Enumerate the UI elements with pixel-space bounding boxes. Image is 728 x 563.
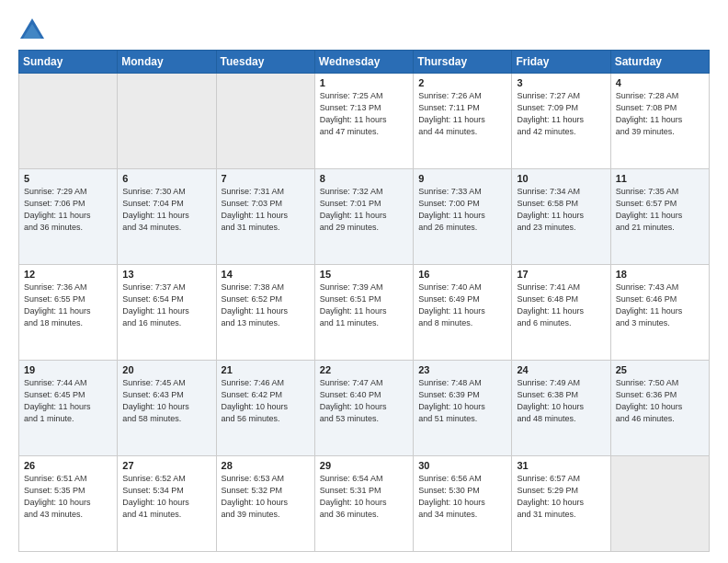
calendar-day-cell: 27Sunrise: 6:52 AM Sunset: 5:34 PM Dayli… xyxy=(118,456,216,552)
header xyxy=(18,17,710,42)
day-number: 9 xyxy=(418,173,506,184)
day-number: 28 xyxy=(222,460,310,471)
day-number: 15 xyxy=(320,269,408,280)
calendar-day-header: Monday xyxy=(118,51,216,74)
day-number: 10 xyxy=(517,173,605,184)
day-number: 29 xyxy=(320,460,408,471)
day-info: Sunrise: 7:27 AM Sunset: 7:09 PM Dayligh… xyxy=(517,90,605,138)
calendar-day-cell: 21Sunrise: 7:46 AM Sunset: 6:42 PM Dayli… xyxy=(216,361,314,456)
day-info: Sunrise: 7:45 AM Sunset: 6:43 PM Dayligh… xyxy=(122,377,210,425)
day-number: 11 xyxy=(616,173,704,184)
day-number: 17 xyxy=(517,269,605,280)
calendar-day-cell xyxy=(118,74,216,169)
day-number: 25 xyxy=(616,364,704,375)
calendar-day-header: Saturday xyxy=(610,51,709,74)
calendar-day-cell: 1Sunrise: 7:25 AM Sunset: 7:13 PM Daylig… xyxy=(314,74,413,169)
day-number: 2 xyxy=(418,77,506,88)
calendar-day-cell: 6Sunrise: 7:30 AM Sunset: 7:04 PM Daylig… xyxy=(118,169,216,265)
day-info: Sunrise: 6:56 AM Sunset: 5:30 PM Dayligh… xyxy=(418,473,506,521)
day-number: 23 xyxy=(418,364,506,375)
calendar-day-cell: 29Sunrise: 6:54 AM Sunset: 5:31 PM Dayli… xyxy=(314,456,413,552)
calendar-day-cell: 12Sunrise: 7:36 AM Sunset: 6:55 PM Dayli… xyxy=(19,265,118,361)
day-info: Sunrise: 7:29 AM Sunset: 7:06 PM Dayligh… xyxy=(24,186,112,234)
calendar-header-row: SundayMondayTuesdayWednesdayThursdayFrid… xyxy=(19,51,710,74)
calendar-day-cell: 2Sunrise: 7:26 AM Sunset: 7:11 PM Daylig… xyxy=(414,74,512,169)
day-number: 7 xyxy=(222,173,310,184)
calendar-week-row: 12Sunrise: 7:36 AM Sunset: 6:55 PM Dayli… xyxy=(19,265,710,361)
day-number: 24 xyxy=(517,364,605,375)
calendar-day-cell: 31Sunrise: 6:57 AM Sunset: 5:29 PM Dayli… xyxy=(512,456,610,552)
day-info: Sunrise: 6:57 AM Sunset: 5:29 PM Dayligh… xyxy=(517,473,605,521)
calendar-day-cell: 28Sunrise: 6:53 AM Sunset: 5:32 PM Dayli… xyxy=(216,456,314,552)
calendar-day-cell xyxy=(610,456,709,552)
calendar-week-row: 26Sunrise: 6:51 AM Sunset: 5:35 PM Dayli… xyxy=(19,456,710,552)
calendar-day-header: Friday xyxy=(512,51,610,74)
day-info: Sunrise: 6:53 AM Sunset: 5:32 PM Dayligh… xyxy=(222,473,310,521)
day-number: 20 xyxy=(122,364,210,375)
day-info: Sunrise: 7:47 AM Sunset: 6:40 PM Dayligh… xyxy=(320,377,408,425)
day-number: 14 xyxy=(222,269,310,280)
calendar-day-cell: 19Sunrise: 7:44 AM Sunset: 6:45 PM Dayli… xyxy=(19,361,118,456)
calendar-week-row: 1Sunrise: 7:25 AM Sunset: 7:13 PM Daylig… xyxy=(19,74,710,169)
calendar-day-cell: 25Sunrise: 7:50 AM Sunset: 6:36 PM Dayli… xyxy=(610,361,709,456)
day-number: 6 xyxy=(122,173,210,184)
day-info: Sunrise: 7:41 AM Sunset: 6:48 PM Dayligh… xyxy=(517,282,605,329)
calendar-week-row: 5Sunrise: 7:29 AM Sunset: 7:06 PM Daylig… xyxy=(19,169,710,265)
day-number: 22 xyxy=(320,364,408,375)
day-info: Sunrise: 7:43 AM Sunset: 6:46 PM Dayligh… xyxy=(616,282,704,329)
day-number: 30 xyxy=(418,460,506,471)
day-number: 3 xyxy=(517,77,605,88)
day-info: Sunrise: 7:26 AM Sunset: 7:11 PM Dayligh… xyxy=(418,90,506,138)
calendar-day-cell: 16Sunrise: 7:40 AM Sunset: 6:49 PM Dayli… xyxy=(414,265,512,361)
calendar-day-cell: 26Sunrise: 6:51 AM Sunset: 5:35 PM Dayli… xyxy=(19,456,118,552)
day-info: Sunrise: 7:46 AM Sunset: 6:42 PM Dayligh… xyxy=(222,377,310,425)
day-info: Sunrise: 7:38 AM Sunset: 6:52 PM Dayligh… xyxy=(222,282,310,329)
calendar-day-cell: 9Sunrise: 7:33 AM Sunset: 7:00 PM Daylig… xyxy=(414,169,512,265)
calendar-day-cell: 5Sunrise: 7:29 AM Sunset: 7:06 PM Daylig… xyxy=(19,169,118,265)
day-number: 19 xyxy=(24,364,112,375)
day-info: Sunrise: 7:28 AM Sunset: 7:08 PM Dayligh… xyxy=(616,90,704,138)
calendar-day-cell xyxy=(216,74,314,169)
calendar-day-cell xyxy=(19,74,118,169)
day-number: 1 xyxy=(320,77,408,88)
day-number: 26 xyxy=(24,460,112,471)
day-info: Sunrise: 6:51 AM Sunset: 5:35 PM Dayligh… xyxy=(24,473,112,521)
calendar-table: SundayMondayTuesdayWednesdayThursdayFrid… xyxy=(18,50,710,552)
page: SundayMondayTuesdayWednesdayThursdayFrid… xyxy=(0,0,728,563)
day-info: Sunrise: 7:32 AM Sunset: 7:01 PM Dayligh… xyxy=(320,186,408,234)
day-number: 12 xyxy=(24,269,112,280)
day-info: Sunrise: 7:40 AM Sunset: 6:49 PM Dayligh… xyxy=(418,282,506,329)
day-number: 13 xyxy=(122,269,210,280)
calendar-day-cell: 11Sunrise: 7:35 AM Sunset: 6:57 PM Dayli… xyxy=(610,169,709,265)
logo-icon xyxy=(18,17,46,42)
day-number: 27 xyxy=(122,460,210,471)
day-info: Sunrise: 7:48 AM Sunset: 6:39 PM Dayligh… xyxy=(418,377,506,425)
day-number: 18 xyxy=(616,269,704,280)
day-info: Sunrise: 7:30 AM Sunset: 7:04 PM Dayligh… xyxy=(122,186,210,234)
calendar-day-cell: 20Sunrise: 7:45 AM Sunset: 6:43 PM Dayli… xyxy=(118,361,216,456)
day-number: 21 xyxy=(222,364,310,375)
day-info: Sunrise: 6:54 AM Sunset: 5:31 PM Dayligh… xyxy=(320,473,408,521)
day-number: 16 xyxy=(418,269,506,280)
calendar-day-cell: 10Sunrise: 7:34 AM Sunset: 6:58 PM Dayli… xyxy=(512,169,610,265)
calendar-day-header: Tuesday xyxy=(216,51,314,74)
day-info: Sunrise: 7:34 AM Sunset: 6:58 PM Dayligh… xyxy=(517,186,605,234)
calendar-day-cell: 22Sunrise: 7:47 AM Sunset: 6:40 PM Dayli… xyxy=(314,361,413,456)
day-info: Sunrise: 7:37 AM Sunset: 6:54 PM Dayligh… xyxy=(122,282,210,329)
calendar-day-header: Sunday xyxy=(19,51,118,74)
day-info: Sunrise: 7:39 AM Sunset: 6:51 PM Dayligh… xyxy=(320,282,408,329)
calendar-day-cell: 30Sunrise: 6:56 AM Sunset: 5:30 PM Dayli… xyxy=(414,456,512,552)
day-number: 4 xyxy=(616,77,704,88)
day-number: 8 xyxy=(320,173,408,184)
calendar-day-header: Thursday xyxy=(414,51,512,74)
calendar-day-cell: 4Sunrise: 7:28 AM Sunset: 7:08 PM Daylig… xyxy=(610,74,709,169)
day-info: Sunrise: 7:49 AM Sunset: 6:38 PM Dayligh… xyxy=(517,377,605,425)
calendar-day-cell: 23Sunrise: 7:48 AM Sunset: 6:39 PM Dayli… xyxy=(414,361,512,456)
calendar-day-cell: 14Sunrise: 7:38 AM Sunset: 6:52 PM Dayli… xyxy=(216,265,314,361)
calendar-day-cell: 24Sunrise: 7:49 AM Sunset: 6:38 PM Dayli… xyxy=(512,361,610,456)
calendar-day-cell: 18Sunrise: 7:43 AM Sunset: 6:46 PM Dayli… xyxy=(610,265,709,361)
day-info: Sunrise: 7:33 AM Sunset: 7:00 PM Dayligh… xyxy=(418,186,506,234)
calendar-day-cell: 7Sunrise: 7:31 AM Sunset: 7:03 PM Daylig… xyxy=(216,169,314,265)
day-info: Sunrise: 7:50 AM Sunset: 6:36 PM Dayligh… xyxy=(616,377,704,425)
day-info: Sunrise: 7:44 AM Sunset: 6:45 PM Dayligh… xyxy=(24,377,112,425)
